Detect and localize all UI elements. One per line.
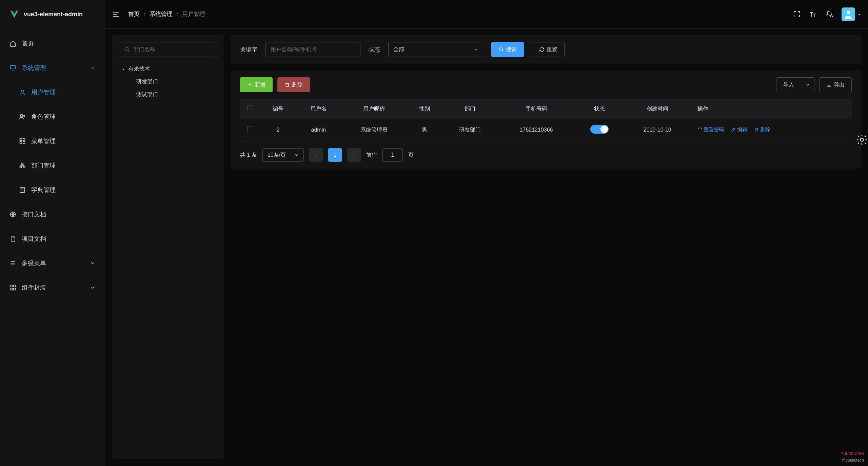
th-gender: 性别 [407, 99, 442, 119]
import-button[interactable]: 导入 [776, 77, 801, 92]
breadcrumb: 首页 / 系统管理 / 用户管理 [128, 10, 205, 18]
api-icon [9, 211, 16, 218]
doc-icon [9, 235, 16, 242]
status-switch[interactable] [590, 125, 609, 134]
action-label: 删除 [760, 127, 770, 133]
sidebar-item-proj-doc[interactable]: 项目文档 [0, 227, 105, 251]
svg-point-20 [861, 138, 864, 141]
menu-icon [19, 138, 26, 144]
action-label: 重置密码 [704, 127, 724, 133]
sidebar-item-label: 组件封装 [22, 284, 84, 292]
logo-icon [9, 9, 19, 19]
page-number: 1 [334, 152, 337, 158]
export-button[interactable]: 导出 [819, 77, 852, 92]
tree-node-label: 有来技术 [128, 65, 150, 73]
edit-icon [731, 127, 736, 132]
th-action: 操作 [691, 99, 852, 119]
language-icon[interactable] [825, 10, 833, 18]
cell-nickname: 系统管理员 [341, 119, 407, 141]
svg-rect-6 [20, 142, 22, 144]
dept-tree: 有来技术 研发部门 测试部门 [119, 62, 217, 101]
sidebar-item-menu[interactable]: 菜单管理 [0, 129, 105, 153]
toolbar: 新增 删除 导入 [240, 77, 852, 92]
pagination: 共 1 条 10条/页 1 [240, 148, 852, 162]
delete-button[interactable]: 删除 [277, 77, 310, 92]
svg-rect-10 [23, 167, 25, 168]
trash-icon [754, 127, 759, 132]
breadcrumb-sep: / [177, 11, 178, 18]
tree-node-child[interactable]: 测试部门 [121, 88, 217, 101]
svg-rect-8 [22, 163, 23, 164]
sidebar-item-dept[interactable]: 部门管理 [0, 153, 105, 178]
sidebar-item-role[interactable]: 角色管理 [0, 104, 105, 129]
tree-node-child[interactable]: 研发部门 [121, 75, 217, 88]
chevron-down-icon [90, 285, 95, 290]
total-label: 共 1 条 [240, 152, 257, 159]
user-avatar-dropdown[interactable] [842, 7, 861, 21]
add-button[interactable]: 新增 [240, 77, 273, 92]
th-created: 创建时间 [624, 99, 691, 119]
goto-label: 前往 [366, 152, 377, 159]
sidebar-item-label: 角色管理 [31, 113, 95, 121]
cell-created: 2019-10-10 [624, 119, 691, 141]
breadcrumb-current: 用户管理 [182, 10, 205, 18]
filter-status-select[interactable]: 全部 [388, 42, 483, 57]
edit-link[interactable]: 编辑 [731, 127, 747, 133]
button-label: 导入 [783, 81, 794, 89]
table-row: 2 admin 系统管理员 男 研发部门 17621210366 2019-10… [240, 119, 852, 141]
page-1-button[interactable]: 1 [328, 148, 342, 162]
chevron-down-icon [90, 260, 95, 266]
sidebar-item-label: 项目文档 [22, 235, 95, 243]
button-label: 搜索 [506, 46, 517, 53]
delete-link[interactable]: 删除 [754, 127, 770, 133]
svg-rect-13 [11, 285, 13, 287]
svg-point-18 [125, 47, 129, 51]
trash-icon [284, 82, 290, 88]
svg-point-2 [20, 114, 23, 117]
breadcrumb-home[interactable]: 首页 [128, 10, 140, 18]
th-id: 编号 [260, 99, 296, 119]
sidebar-item-api-doc[interactable]: 接口文档 [0, 202, 105, 227]
row-checkbox[interactable] [247, 126, 253, 132]
filter-keyword-input[interactable] [265, 42, 360, 57]
action-label: 编辑 [737, 127, 747, 133]
settings-button[interactable] [856, 134, 868, 146]
th-nickname: 用户昵称 [341, 99, 407, 119]
font-size-icon[interactable] [809, 10, 817, 18]
user-table: 编号 用户名 用户昵称 性别 部门 手机号码 状态 创建时间 操作 [240, 99, 852, 141]
next-page-button[interactable] [347, 148, 361, 162]
page-size-select[interactable]: 10条/页 [262, 148, 304, 162]
dept-search [119, 42, 217, 57]
cell-id: 2 [260, 119, 296, 141]
reset-password-link[interactable]: 重置密码 [697, 127, 724, 133]
button-label: 删除 [292, 81, 303, 89]
tree-node-label: 研发部门 [136, 78, 158, 85]
collapse-icon[interactable] [112, 10, 120, 18]
logo: vue3-element-admin [0, 0, 105, 28]
dept-icon [19, 162, 26, 169]
chevron-down-icon [294, 153, 299, 157]
select-all-checkbox[interactable] [247, 105, 253, 111]
reset-button[interactable]: 重置 [532, 42, 565, 57]
tree-node-root[interactable]: 有来技术 [121, 62, 217, 75]
dept-search-input[interactable] [133, 46, 212, 53]
table-card: 新增 删除 导入 [231, 71, 861, 169]
goto-input[interactable] [382, 148, 403, 162]
sidebar: vue3-element-admin 首页 系统管理 用户管理 角色管理 [0, 0, 105, 466]
sidebar-item-home[interactable]: 首页 [0, 31, 105, 56]
svg-rect-14 [14, 285, 16, 287]
search-button[interactable]: 搜索 [491, 42, 524, 57]
fullscreen-icon[interactable] [793, 10, 801, 18]
sidebar-item-dict[interactable]: 字典管理 [0, 178, 105, 202]
prev-page-button[interactable] [309, 148, 323, 162]
sidebar-item-user[interactable]: 用户管理 [0, 80, 105, 104]
sidebar-item-comp[interactable]: 组件封装 [0, 275, 105, 300]
breadcrumb-sys[interactable]: 系统管理 [150, 10, 173, 18]
sidebar-item-multi[interactable]: 多级菜单 [0, 251, 105, 275]
dict-icon [19, 187, 26, 193]
import-dropdown[interactable] [801, 77, 814, 92]
svg-point-3 [23, 115, 25, 117]
user-icon [19, 89, 26, 96]
page-size-value: 10条/页 [268, 152, 286, 159]
sidebar-item-system[interactable]: 系统管理 [0, 56, 105, 80]
